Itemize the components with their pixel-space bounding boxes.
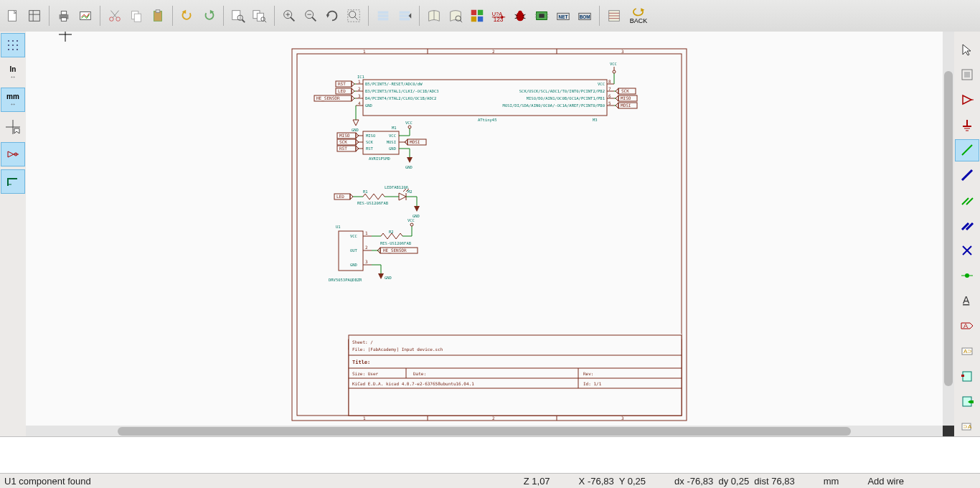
place-bus-icon[interactable] [955,164,979,187]
import-hier-label-icon[interactable] [955,390,979,412]
cursor-shape-icon[interactable] [1,115,25,139]
separator [223,6,224,26]
library-browser-icon[interactable] [446,6,466,26]
net-labels-left[interactable]: RST LED HE_SENSOR GND [314,81,359,132]
zoom-in-icon[interactable] [279,6,299,26]
separator [599,6,600,26]
svg-rect-15 [156,10,160,13]
component-led-r1[interactable]: LED R1 RES-US1206FAB LEDFAB1206 M2 GND [334,185,420,218]
no-connect-icon[interactable] [955,240,979,262]
svg-marker-224 [407,157,413,163]
erc-icon[interactable]: U?A123 [489,6,509,26]
svg-marker-86 [8,151,14,157]
svg-rect-41 [400,18,410,21]
schematic-canvas[interactable]: 123 123 ATtiny45 IC1 M3 B5/PCINT5/-RESET… [26,32,943,426]
back-label: BACK [630,17,648,24]
horizontal-scrollbar[interactable] [26,426,943,437]
place-component-icon[interactable] [955,89,979,111]
svg-rect-47 [478,10,483,15]
find-replace-icon[interactable] [250,6,270,26]
svg-marker-190 [616,103,618,108]
wire-to-bus-icon[interactable] [955,189,979,212]
highlight-net-icon[interactable] [955,64,979,86]
hier-label-icon[interactable]: A⊃ [955,339,979,362]
canvas-wrap: 123 123 ATtiny45 IC1 M3 B5/PCINT5/-RESET… [26,32,954,437]
message-panel [0,436,980,474]
net-label-icon[interactable]: A [955,289,979,311]
hidden-pins-icon[interactable] [1,142,25,166]
svg-line-100 [962,170,972,180]
svg-text:HE_SENSOR: HE_SENSOR [383,248,407,253]
plot-icon[interactable] [75,6,95,26]
annotate-icon[interactable] [467,6,487,26]
svg-rect-38 [378,18,389,21]
copy-icon[interactable] [126,6,146,26]
zoom-fit-icon[interactable] [344,6,364,26]
zoom-out-icon[interactable] [301,6,321,26]
hierarchy-icon[interactable] [373,6,393,26]
bom-icon[interactable]: BOM [575,6,595,26]
svg-text:MISO/DO/AIN1/OC0B/OC1A/PCINT1/: MISO/DO/AIN1/OC0B/OC1A/PCINT1/PB1 [527,96,605,100]
bug-icon[interactable] [510,6,530,26]
separator [49,6,50,26]
print-icon[interactable] [54,6,74,26]
svg-text:MISO: MISO [339,133,350,138]
redo-icon[interactable] [199,6,219,26]
svg-text:SCK: SCK [366,140,374,144]
place-wire-icon[interactable] [955,139,979,161]
svg-marker-90 [963,44,971,55]
svg-marker-235 [399,193,406,200]
cvpcb-icon[interactable] [532,6,552,26]
svg-text:SCK: SCK [339,139,347,144]
svg-text:M3: M3 [593,118,598,122]
cut-icon[interactable] [105,6,125,26]
units-mm-button[interactable]: mm↔ [1,88,25,112]
svg-marker-268 [378,273,384,279]
svg-text:RST: RST [339,146,347,151]
hier-pin-icon[interactable]: ⊃A [955,415,979,437]
bus-to-bus-icon[interactable] [955,215,979,237]
zoom-redraw-icon[interactable] [322,6,342,26]
paste-icon[interactable] [148,6,168,26]
global-label-icon[interactable]: A [955,314,979,337]
library-editor-icon[interactable] [424,6,444,26]
svg-text:A: A [963,322,968,329]
svg-text:MOSI: MOSI [410,139,420,144]
cursor-tool-icon[interactable] [955,39,979,61]
svg-text:DRV5053PAQDBZR: DRV5053PAQDBZR [329,278,362,282]
svg-text:3: 3 [621,416,624,421]
svg-marker-241 [414,206,420,212]
units-inches-button[interactable]: In↔ [1,60,25,85]
place-power-icon[interactable] [955,114,979,136]
find-icon[interactable] [228,6,248,26]
svg-text:M2: M2 [407,189,413,194]
page-settings-icon[interactable] [24,6,44,26]
svg-text:3: 3 [621,49,624,54]
svg-rect-40 [400,14,410,17]
netlist-icon[interactable]: NET [553,6,573,26]
component-attiny[interactable]: ATtiny45 IC1 M3 B5/PCINT5/-RESET/ADC0/dW… [356,75,614,123]
component-avrisp[interactable]: M1 AVRISPSMD MISOVCC SCKMOSI RSTGND MISO… [337,121,426,169]
svg-text:VCC: VCC [405,121,413,125]
grid-toggle-icon[interactable] [1,33,25,57]
svg-text:Size: User: Size: User [352,371,379,376]
vertical-scrollbar[interactable] [943,32,954,426]
bus-orientation-icon[interactable] [1,169,25,194]
separator [368,6,369,26]
net-labels-right[interactable]: VCC SCK MISO MOSI [610,62,637,108]
svg-text:M1: M1 [392,126,397,130]
backannotate-icon[interactable]: BACK [626,6,651,26]
hier-sheet-icon[interactable] [955,365,979,387]
svg-text:1: 1 [363,416,366,421]
undo-icon[interactable] [177,6,197,26]
svg-text:BOM: BOM [580,14,590,19]
new-icon[interactable] [3,6,23,26]
status-units: mm [824,476,839,487]
run-pcbnew-icon[interactable] [604,6,624,26]
component-u1[interactable]: U1 DRV5053PAQDBZR VCC1 OUT2 GND3 R2 RES-… [329,218,418,282]
svg-text:3: 3 [358,93,361,98]
leave-sheet-icon[interactable] [395,6,415,26]
svg-text:RST: RST [366,146,374,151]
svg-text:2: 2 [492,49,495,54]
junction-icon[interactable] [955,264,979,286]
